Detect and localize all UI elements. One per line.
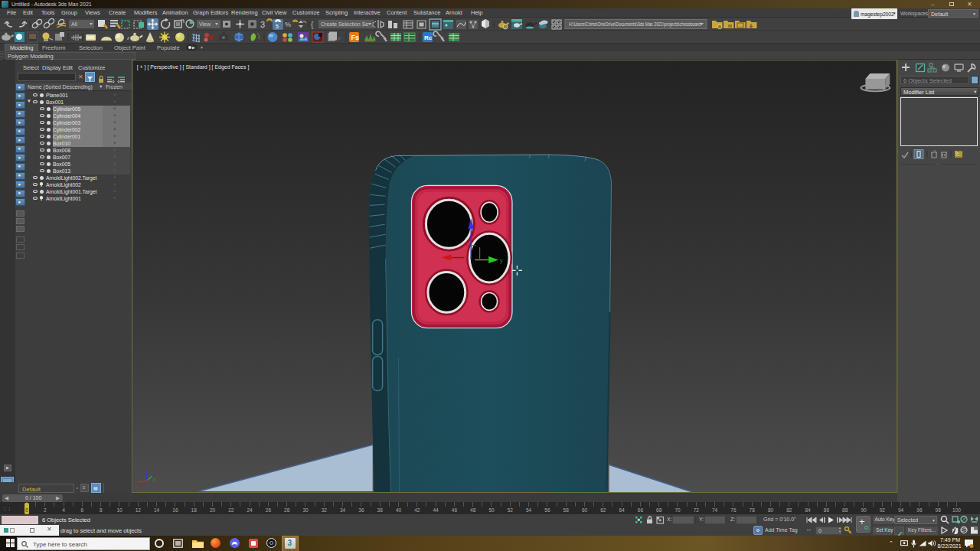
svg-text:View: View bbox=[199, 21, 211, 27]
svg-text:3: 3 bbox=[260, 20, 265, 29]
svg-text:Fs: Fs bbox=[351, 34, 360, 41]
svg-text:x: x bbox=[136, 485, 138, 490]
svg-text:?: ? bbox=[338, 37, 341, 41]
svg-text:[ + ] [ Perspective ] [ Standa: [ + ] [ Perspective ] [ Standard ] [ Edg… bbox=[137, 64, 250, 70]
svg-text:y: y bbox=[153, 477, 155, 481]
svg-text:Rc: Rc bbox=[424, 34, 433, 41]
svg-text:All: All bbox=[71, 21, 77, 27]
svg-text:%: % bbox=[285, 21, 291, 28]
svg-text:{: { bbox=[311, 21, 314, 29]
svg-text:y: y bbox=[500, 258, 503, 264]
svg-text:5: 5 bbox=[276, 24, 279, 29]
svg-text:Create Selection Se: Create Selection Se bbox=[321, 21, 368, 27]
svg-text:H:\Users\Crims\OneDrive\Docume: H:\Users\Crims\OneDrive\Documents\3ds Ma… bbox=[569, 21, 701, 28]
